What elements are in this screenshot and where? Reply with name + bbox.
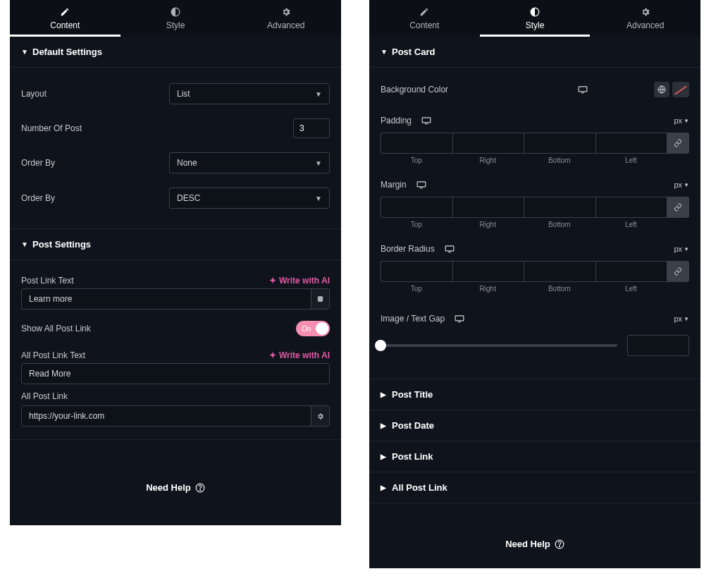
responsive-icon[interactable] [575,82,591,97]
border-radius-top-input[interactable] [381,261,452,282]
image-text-gap-unit-select[interactable]: px ▼ [674,314,689,323]
background-color-label: Background Color [381,85,575,94]
show-all-post-link-label: Show All Post Link [21,324,296,333]
help-icon [555,539,564,549]
border-radius-right-input[interactable] [452,261,524,282]
post-link-text-row: Post Link Text ✦ Write with AI [21,269,330,288]
ai-label: Write with AI [279,276,330,286]
color-picker-button[interactable] [672,82,689,97]
responsive-icon[interactable] [452,311,467,326]
padding-top-input[interactable] [381,133,452,154]
section-post-link[interactable]: ▶ Post Link [369,441,700,472]
image-text-gap-field: Image / Text Gap px ▼ [381,305,689,363]
image-text-gap-label: Image / Text Gap [381,314,445,324]
ai-label-2: Write with AI [279,350,330,360]
padding-unit-select[interactable]: px ▼ [674,116,689,125]
order-by-select-1[interactable]: None ▼ [169,152,330,173]
section-title-post-link: Post Link [392,451,433,462]
section-title-post-date: Post Date [392,420,434,431]
margin-top-input[interactable] [381,197,452,218]
responsive-icon[interactable] [414,177,429,192]
caret-right-icon: ▶ [381,422,388,429]
border-radius-inputs: Top Right Bottom Left [381,261,689,293]
post-link-text-field[interactable] [22,289,311,309]
svg-point-17 [559,546,560,546]
number-of-post-input[interactable] [293,118,330,138]
layout-value: List [177,89,190,99]
chevron-down-icon: ▼ [684,182,689,188]
responsive-icon[interactable] [442,241,457,257]
order-by-row-2: Order By DESC ▼ [21,180,330,216]
margin-bottom-input[interactable] [524,197,595,218]
order-by-select-2[interactable]: DESC ▼ [169,188,330,209]
tab-advanced[interactable]: Advanced [230,0,341,37]
order-by-value-1: None [177,158,197,168]
tab-style[interactable]: Style [121,0,231,37]
tab-content-label-right: Content [409,20,439,30]
need-help-link-right[interactable]: Need Help [369,503,700,549]
order-by-row-1: Order By None ▼ [21,145,330,180]
section-post-settings[interactable]: ▼ Post Settings [10,229,341,260]
order-by-label-1: Order By [21,158,169,168]
gear-icon [316,412,324,420]
padding-top-label: Top [381,154,452,164]
show-all-post-link-toggle[interactable]: On [296,321,330,336]
dynamic-tags-button[interactable] [311,289,329,309]
section-default-settings[interactable]: ▼ Default Settings [10,37,341,68]
border-radius-bottom-input[interactable] [524,261,595,282]
padding-right-label: Right [452,154,524,164]
chevron-down-icon: ▼ [315,90,322,98]
all-post-link-text-label: All Post Link Text [21,350,269,360]
layout-select[interactable]: List ▼ [169,83,330,104]
chevron-down-icon: ▼ [684,246,689,252]
responsive-icon[interactable] [419,113,434,128]
slider-thumb[interactable] [375,340,386,351]
tab-content-right[interactable]: Content [369,0,480,37]
image-text-gap-value-input[interactable] [627,335,689,356]
need-help-link[interactable]: Need Help [10,440,341,493]
section-all-post-link[interactable]: ▶ All Post Link [369,472,700,503]
border-radius-left-input[interactable] [595,261,667,282]
write-with-ai-link-2[interactable]: ✦ Write with AI [269,350,330,360]
padding-link-values-button[interactable] [667,133,689,154]
margin-left-input[interactable] [595,197,667,218]
all-post-link-text-row: All Post Link Text ✦ Write with AI [21,343,330,363]
link-options-button[interactable] [311,406,329,426]
border-radius-unit-select[interactable]: px ▼ [674,245,689,253]
tab-advanced-label: Advanced [267,20,304,30]
section-title-post-card: Post Card [392,47,435,57]
post-card-body: Background Color Padding px ▼ [369,68,700,379]
pencil-icon [419,6,429,18]
border-radius-link-values-button[interactable] [667,261,689,282]
write-with-ai-link[interactable]: ✦ Write with AI [269,276,330,286]
gear-icon [281,6,291,18]
section-post-date[interactable]: ▶ Post Date [369,410,700,441]
tab-style-right[interactable]: Style [480,0,591,37]
padding-left-input[interactable] [595,133,667,154]
tab-advanced-right[interactable]: Advanced [590,0,700,37]
globe-icon[interactable] [654,82,669,97]
svg-rect-11 [420,188,423,188]
padding-label: Padding [381,116,412,125]
svg-rect-12 [445,246,454,251]
svg-rect-13 [448,252,451,252]
svg-point-3 [199,489,200,490]
all-post-link-text-field[interactable] [22,364,329,384]
background-color-row: Background Color [381,76,689,107]
margin-unit-select[interactable]: px ▼ [674,180,689,189]
order-by-label-2: Order By [21,193,169,203]
padding-right-input[interactable] [452,133,524,154]
padding-bottom-input[interactable] [524,133,595,154]
margin-right-input[interactable] [452,197,524,218]
all-post-link-field[interactable] [22,406,311,426]
number-of-post-label: Number Of Post [21,123,293,133]
svg-rect-8 [422,118,431,123]
caret-right-icon: ▶ [381,391,388,398]
tab-content[interactable]: Content [10,0,121,37]
layout-label: Layout [21,89,169,99]
section-post-card[interactable]: ▼ Post Card [369,37,700,68]
margin-link-values-button[interactable] [667,197,689,218]
image-text-gap-slider[interactable] [381,344,617,347]
section-post-title[interactable]: ▶ Post Title [369,379,700,410]
layout-row: Layout List ▼ [21,76,330,111]
